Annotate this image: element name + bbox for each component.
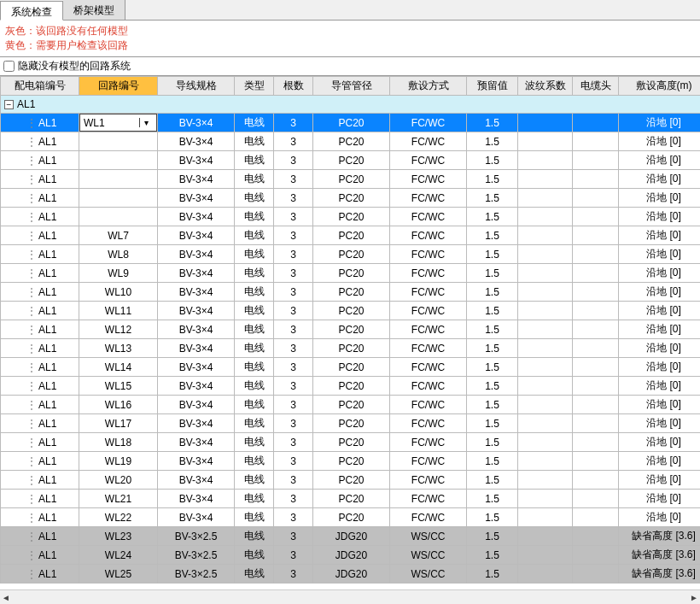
cell-loop[interactable]: WL18 [79, 433, 158, 452]
cell-count[interactable]: 3 [274, 339, 313, 358]
cell-height[interactable]: 沿地 [0] [619, 320, 701, 339]
cell-loop[interactable] [79, 170, 158, 189]
cell-count[interactable]: 3 [274, 414, 313, 433]
cell-pipe[interactable]: PC20 [313, 151, 390, 170]
dropdown-option[interactable]: WL1 [80, 132, 156, 132]
cell-box[interactable]: ⋮AL1 [1, 527, 79, 546]
column-header[interactable]: 敷设高度(m) [619, 77, 701, 96]
cell-box[interactable]: ⋮AL1 [1, 245, 79, 264]
table-row[interactable]: ⋮AL1WL1▾WL1WL2WL3WL4WL5WL6WL7WL8▲▼BV-3×4… [1, 114, 701, 132]
cell-wave[interactable] [518, 358, 573, 377]
cell-wave[interactable] [518, 490, 573, 508]
cell-reserve[interactable]: 1.5 [467, 377, 518, 396]
column-header[interactable]: 根数 [274, 77, 313, 96]
cell-reserve[interactable]: 1.5 [467, 114, 518, 132]
column-header[interactable]: 回路编号 [79, 77, 158, 96]
table-row[interactable]: ⋮AL1BV-3×4电线3PC20FC/WC1.5沿地 [0] [1, 170, 701, 189]
cell-box[interactable]: ⋮AL1 [1, 283, 79, 302]
cell-pipe[interactable]: PC20 [313, 377, 390, 396]
cell-box[interactable]: ⋮AL1 [1, 565, 79, 583]
cell-lay[interactable]: FC/WC [390, 226, 467, 245]
cell-spec[interactable]: BV-3×4 [158, 452, 235, 471]
cell-wave[interactable] [518, 245, 573, 264]
cell-count[interactable]: 3 [274, 132, 313, 151]
cell-type[interactable]: 电线 [235, 396, 274, 414]
cell-count[interactable]: 3 [274, 302, 313, 320]
cell-head[interactable] [573, 508, 619, 527]
cell-type[interactable]: 电线 [235, 302, 274, 320]
scroll-left-icon[interactable]: ◄ [2, 593, 10, 602]
table-row[interactable]: ⋮AL1WL11BV-3×4电线3PC20FC/WC1.5沿地 [0] [1, 302, 701, 320]
cell-height[interactable]: 沿地 [0] [619, 264, 701, 283]
cell-loop[interactable]: WL8 [79, 245, 158, 264]
group-row[interactable]: −AL1 [1, 96, 701, 114]
cell-pipe[interactable]: PC20 [313, 471, 390, 490]
column-header[interactable]: 类型 [235, 77, 274, 96]
cell-pipe[interactable]: PC20 [313, 302, 390, 320]
cell-spec[interactable]: BV-3×4 [158, 471, 235, 490]
cell-wave[interactable] [518, 508, 573, 527]
table-row[interactable]: ⋮AL1WL10BV-3×4电线3PC20FC/WC1.5沿地 [0] [1, 283, 701, 302]
cell-head[interactable] [573, 283, 619, 302]
cell-count[interactable]: 3 [274, 226, 313, 245]
cell-lay[interactable]: WS/CC [390, 565, 467, 583]
cell-wave[interactable] [518, 151, 573, 170]
cell-lay[interactable]: FC/WC [390, 189, 467, 208]
cell-lay[interactable]: FC/WC [390, 245, 467, 264]
cell-reserve[interactable]: 1.5 [467, 226, 518, 245]
cell-type[interactable]: 电线 [235, 452, 274, 471]
cell-spec[interactable]: BV-3×4 [158, 264, 235, 283]
cell-pipe[interactable]: PC20 [313, 414, 390, 433]
loop-dropdown[interactable]: WL1▾ [79, 114, 157, 132]
cell-count[interactable]: 3 [274, 527, 313, 546]
cell-wave[interactable] [518, 226, 573, 245]
cell-head[interactable] [573, 358, 619, 377]
cell-pipe[interactable]: PC20 [313, 208, 390, 226]
table-row[interactable]: ⋮AL1WL14BV-3×4电线3PC20FC/WC1.5沿地 [0] [1, 358, 701, 377]
cell-spec[interactable]: BV-3×4 [158, 245, 235, 264]
cell-head[interactable] [573, 527, 619, 546]
cell-lay[interactable]: FC/WC [390, 490, 467, 508]
cell-type[interactable]: 电线 [235, 226, 274, 245]
table-row[interactable]: ⋮AL1WL25BV-3×2.5电线3JDG20WS/CC1.5缺省高度 [3.… [1, 565, 701, 583]
hide-no-model-checkbox[interactable] [3, 61, 15, 72]
cell-reserve[interactable]: 1.5 [467, 208, 518, 226]
cell-type[interactable]: 电线 [235, 508, 274, 527]
cell-loop[interactable] [79, 189, 158, 208]
cell-lay[interactable]: FC/WC [390, 396, 467, 414]
cell-reserve[interactable]: 1.5 [467, 414, 518, 433]
cell-reserve[interactable]: 1.5 [467, 283, 518, 302]
cell-reserve[interactable]: 1.5 [467, 565, 518, 583]
cell-spec[interactable]: BV-3×4 [158, 433, 235, 452]
cell-count[interactable]: 3 [274, 264, 313, 283]
cell-wave[interactable] [518, 170, 573, 189]
cell-spec[interactable]: BV-3×2.5 [158, 527, 235, 546]
cell-count[interactable]: 3 [274, 490, 313, 508]
cell-type[interactable]: 电线 [235, 151, 274, 170]
column-header[interactable]: 敷设方式 [390, 77, 467, 96]
cell-height[interactable]: 沿地 [0] [619, 358, 701, 377]
cell-pipe[interactable]: PC20 [313, 170, 390, 189]
cell-loop[interactable]: WL15 [79, 377, 158, 396]
cell-head[interactable] [573, 320, 619, 339]
cell-pipe[interactable]: PC20 [313, 490, 390, 508]
cell-box[interactable]: ⋮AL1 [1, 339, 79, 358]
table-row[interactable]: ⋮AL1WL21BV-3×4电线3PC20FC/WC1.5沿地 [0] [1, 490, 701, 508]
cell-count[interactable]: 3 [274, 283, 313, 302]
cell-loop[interactable]: WL23 [79, 527, 158, 546]
cell-height[interactable]: 沿地 [0] [619, 339, 701, 358]
column-header[interactable]: 导线规格 [158, 77, 235, 96]
cell-spec[interactable]: BV-3×4 [158, 508, 235, 527]
cell-head[interactable] [573, 208, 619, 226]
cell-head[interactable] [573, 132, 619, 151]
cell-box[interactable]: ⋮AL1 [1, 151, 79, 170]
cell-pipe[interactable]: PC20 [313, 264, 390, 283]
cell-loop[interactable]: WL16 [79, 396, 158, 414]
cell-spec[interactable]: BV-3×4 [158, 414, 235, 433]
cell-box[interactable]: ⋮AL1 [1, 490, 79, 508]
cell-count[interactable]: 3 [274, 114, 313, 132]
cell-pipe[interactable]: PC20 [313, 189, 390, 208]
horizontal-scrollbar[interactable]: ◄ ► [0, 589, 700, 604]
cell-head[interactable] [573, 396, 619, 414]
cell-spec[interactable]: BV-3×4 [158, 226, 235, 245]
